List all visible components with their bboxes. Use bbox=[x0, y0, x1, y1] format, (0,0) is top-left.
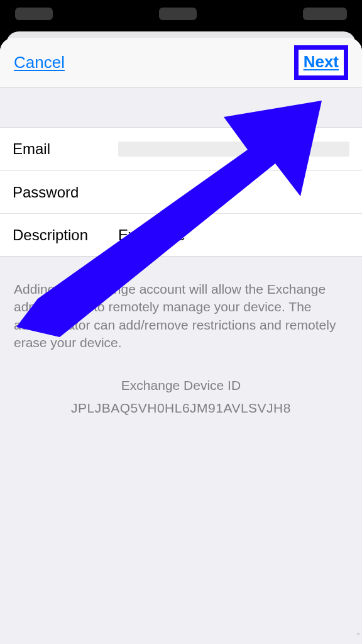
status-notch bbox=[159, 8, 197, 20]
device-id-section: Exchange Device ID JPLJBAQ5VH0HL6JM91AVL… bbox=[0, 378, 362, 416]
status-time bbox=[15, 8, 53, 20]
status-battery bbox=[303, 8, 347, 20]
modal-sheet: Cancel Next Email Password Description E… bbox=[0, 38, 362, 644]
cancel-button[interactable]: Cancel bbox=[14, 53, 65, 72]
device-id-value: JPLJBAQ5VH0HL6JM91AVLSVJH8 bbox=[0, 401, 362, 416]
next-button-highlight: Next bbox=[294, 45, 348, 80]
description-field[interactable]: Exchange bbox=[118, 226, 185, 244]
email-row[interactable]: Email bbox=[0, 128, 362, 170]
nav-bar: Cancel Next bbox=[0, 38, 362, 88]
password-row[interactable]: Password bbox=[0, 170, 362, 213]
email-label: Email bbox=[13, 140, 118, 158]
form-group: Email Password Description Exchange bbox=[0, 127, 362, 257]
email-field[interactable] bbox=[118, 142, 349, 157]
corner-dot bbox=[357, 633, 359, 635]
info-text: Adding an Exchange account will allow th… bbox=[0, 257, 362, 352]
description-label: Description bbox=[13, 226, 118, 244]
password-label: Password bbox=[13, 184, 118, 201]
next-button[interactable]: Next bbox=[304, 52, 339, 72]
status-bar bbox=[0, 0, 362, 28]
device-id-label: Exchange Device ID bbox=[0, 378, 362, 393]
section-spacer bbox=[0, 88, 362, 127]
description-row[interactable]: Description Exchange bbox=[0, 213, 362, 256]
